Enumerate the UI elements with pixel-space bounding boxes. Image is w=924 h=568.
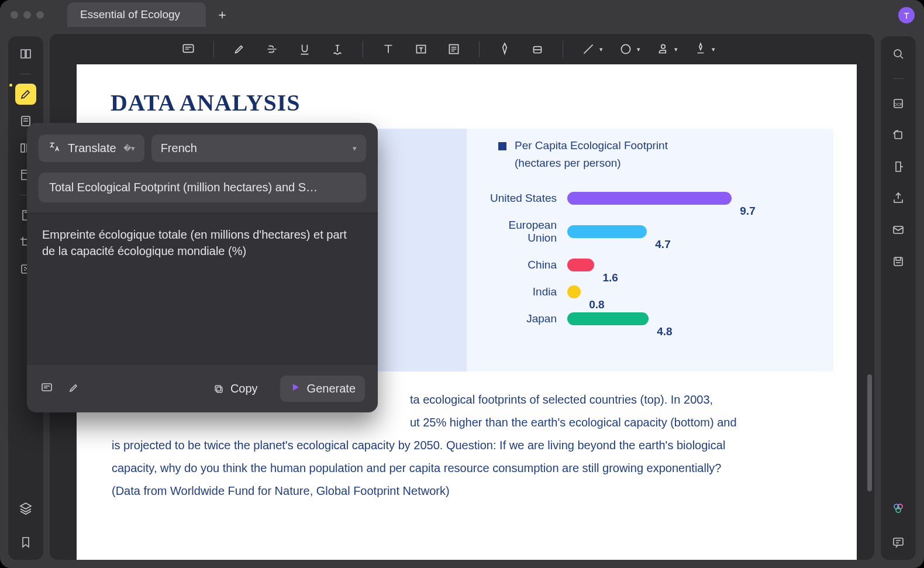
squiggly-icon[interactable] (327, 39, 347, 59)
sidebar-right: OCR (881, 36, 916, 560)
svg-rect-10 (894, 257, 902, 266)
svg-rect-23 (215, 385, 220, 391)
scrollbar[interactable] (867, 70, 872, 554)
bar-chart: United States9.7European Union4.7China1.… (480, 192, 820, 325)
mail-icon[interactable] (888, 219, 909, 240)
titlebar: Essential of Ecology ＋ T (0, 0, 924, 29)
chevron-down-icon[interactable]: ▾ (674, 46, 678, 53)
bar-row: India0.8 (480, 285, 820, 298)
svg-rect-22 (217, 387, 222, 392)
ai-output-text[interactable]: Empreinte écologique totale (en millions… (27, 213, 378, 365)
text-icon[interactable] (378, 39, 398, 59)
ocr-icon[interactable]: OCR (888, 93, 909, 114)
chevron-down-icon: ▾ (353, 144, 357, 153)
scrollbar-thumb[interactable] (867, 374, 872, 491)
svg-point-19 (621, 44, 630, 53)
traffic-min[interactable] (23, 11, 31, 19)
bar-value: 4.8 (657, 325, 672, 338)
shape-tool-icon[interactable] (616, 39, 636, 59)
legend-square-icon (498, 142, 506, 150)
strikethrough-icon[interactable] (262, 39, 282, 59)
bar-row: European Union4.7 (480, 219, 820, 245)
annotation-toolbar: ▾ ▾ ▾ ▾ (50, 34, 874, 64)
ai-mode-label: Translate (68, 142, 116, 155)
bar-fill (567, 225, 647, 238)
ai-language-select[interactable]: French ▾ (151, 135, 366, 162)
svg-rect-21 (42, 384, 51, 391)
chevron-down-icon[interactable]: ▾ (712, 46, 715, 53)
chevron-down-icon[interactable]: ▾ (599, 46, 603, 53)
bar-fill (567, 285, 581, 298)
ai-mode-select[interactable]: Translate �▾ (39, 135, 144, 162)
export-page-icon[interactable] (888, 156, 909, 177)
eraser-icon[interactable] (527, 39, 547, 59)
svg-point-5 (894, 50, 901, 57)
tab-document[interactable]: Essential of Ecology (67, 2, 206, 27)
translate-icon (48, 140, 61, 156)
generate-button[interactable]: Generate (280, 376, 365, 402)
bar-fill (567, 192, 732, 205)
copy-button[interactable]: Copy (204, 376, 267, 401)
signature-tool-icon[interactable] (691, 39, 711, 59)
search-icon[interactable] (888, 43, 909, 64)
bar-row: Japan4.8 (480, 312, 820, 325)
legend-right: Per Capita Ecological Footprint (hectare… (480, 139, 820, 178)
bar-label: Japan (480, 312, 567, 325)
svg-rect-15 (183, 44, 193, 52)
reader-mode-icon[interactable] (15, 43, 36, 64)
share-icon[interactable] (888, 188, 909, 209)
new-tab-button[interactable]: ＋ (211, 3, 234, 26)
highlight-result-icon[interactable] (67, 381, 81, 397)
bar-value: 1.6 (602, 271, 618, 284)
bar-label: India (480, 285, 567, 298)
line-tool-icon[interactable] (578, 39, 598, 59)
bar-fill (567, 312, 649, 325)
ai-source-text[interactable]: Total Ecological Footprint (million hect… (39, 173, 366, 202)
traffic-close[interactable] (11, 11, 18, 19)
chart-right-panel: Per Capita Ecological Footprint (hectare… (467, 129, 833, 371)
bar-label: China (480, 259, 567, 271)
pen-icon[interactable] (495, 39, 515, 59)
ai-logo-icon[interactable] (888, 498, 909, 519)
bar-row: United States9.7 (480, 192, 820, 205)
active-indicator (9, 84, 12, 87)
bookmark-icon[interactable] (15, 532, 36, 553)
play-icon (289, 381, 301, 396)
underline-icon[interactable] (295, 39, 315, 59)
svg-point-20 (661, 44, 666, 49)
ai-translate-panel: Translate �▾ French ▾ Total Ecological F… (27, 123, 378, 412)
bar-value: 0.8 (589, 298, 604, 311)
layers-icon[interactable] (15, 498, 36, 519)
svg-rect-9 (894, 226, 903, 233)
comment-icon[interactable] (178, 39, 198, 59)
bar-row: China1.6 (480, 259, 820, 271)
svg-rect-14 (894, 538, 903, 545)
bar-label: United States (480, 192, 567, 205)
svg-text:OCR: OCR (894, 102, 903, 106)
rotate-icon[interactable] (888, 125, 909, 146)
ai-language-label: French (161, 142, 197, 155)
svg-rect-8 (895, 132, 902, 139)
save-icon[interactable] (888, 251, 909, 272)
page-title: DATA ANALYSIS (77, 64, 857, 116)
chevron-down-icon[interactable]: ▾ (637, 46, 640, 53)
traffic-max[interactable] (36, 11, 44, 19)
tab-title: Essential of Ecology (80, 8, 180, 21)
chat-icon[interactable] (888, 532, 909, 553)
note-icon[interactable] (40, 381, 54, 397)
chevron-down-icon: �▾ (123, 144, 135, 153)
bar-label: European Union (480, 219, 567, 245)
avatar[interactable]: T (898, 7, 915, 23)
bar-value: 9.7 (740, 205, 755, 218)
stamp-tool-icon[interactable] (653, 39, 673, 59)
form-icon[interactable] (444, 39, 464, 59)
bar-fill (567, 259, 594, 271)
bar-value: 4.7 (655, 238, 670, 251)
textbox-icon[interactable] (411, 39, 431, 59)
svg-rect-1 (21, 144, 25, 152)
highlight-tool-icon[interactable] (229, 39, 249, 59)
highlighter-icon[interactable] (15, 84, 36, 105)
